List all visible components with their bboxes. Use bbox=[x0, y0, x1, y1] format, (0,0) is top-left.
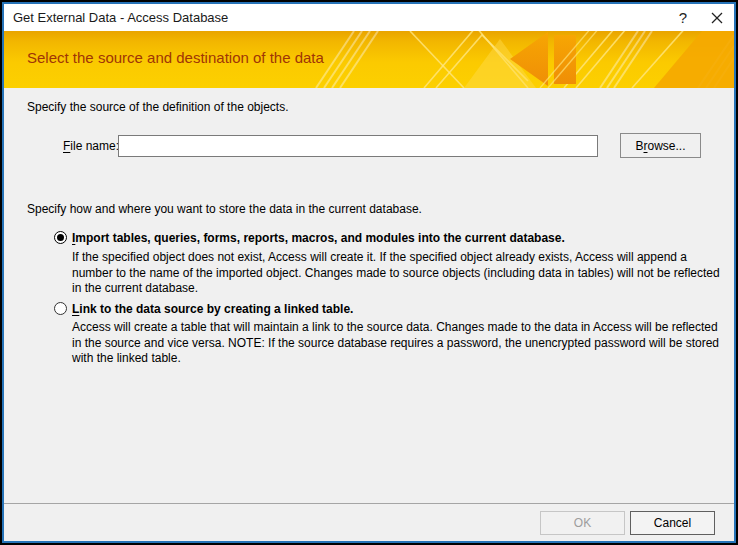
close-button[interactable] bbox=[700, 4, 734, 31]
browse-button[interactable]: Browse... bbox=[620, 133, 701, 158]
footer-separator bbox=[4, 503, 734, 504]
cancel-button[interactable]: Cancel bbox=[630, 511, 715, 535]
radio-import[interactable] bbox=[54, 231, 67, 244]
banner: Select the source and destination of the… bbox=[4, 31, 734, 88]
radio-link-description: Access will create a table that will mai… bbox=[72, 320, 722, 367]
destination-heading: Specify how and where you want to store … bbox=[27, 202, 422, 217]
file-name-input[interactable] bbox=[118, 135, 598, 157]
radio-import-label[interactable]: Import tables, queries, forms, reports, … bbox=[72, 231, 565, 245]
radio-link[interactable] bbox=[54, 302, 67, 315]
dialog-title: Get External Data - Access Database bbox=[4, 10, 666, 25]
file-name-label: File name: bbox=[63, 139, 119, 153]
source-heading: Specify the source of the definition of … bbox=[27, 100, 289, 115]
banner-decoration bbox=[314, 31, 734, 88]
close-icon bbox=[711, 12, 723, 24]
radio-link-label[interactable]: Link to the data source by creating a li… bbox=[72, 302, 353, 316]
ok-button[interactable]: OK bbox=[540, 511, 625, 535]
help-icon: ? bbox=[679, 9, 687, 26]
radio-import-description: If the specified object does not exist, … bbox=[72, 250, 720, 297]
banner-title: Select the source and destination of the… bbox=[27, 49, 324, 66]
title-bar: Get External Data - Access Database ? bbox=[4, 4, 734, 31]
dialog-frame: Get External Data - Access Database ? bbox=[2, 2, 736, 543]
dialog-window: Get External Data - Access Database ? bbox=[0, 0, 738, 545]
help-button[interactable]: ? bbox=[666, 4, 700, 31]
